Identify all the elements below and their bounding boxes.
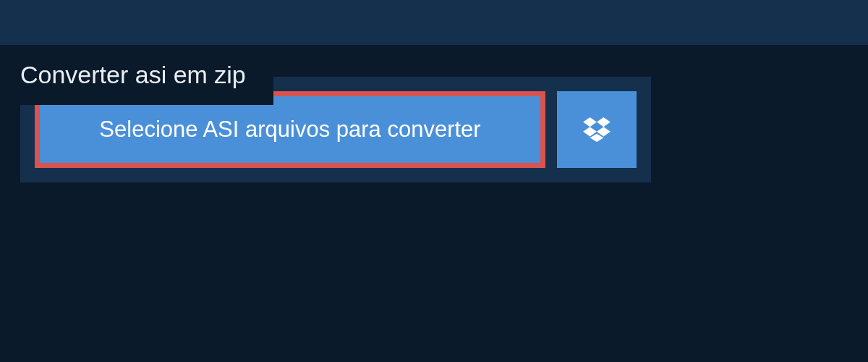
page-title: Converter asi em zip — [20, 61, 246, 88]
select-files-label: Selecione ASI arquivos para converter — [99, 117, 480, 142]
top-strip — [0, 0, 868, 45]
dropbox-button[interactable] — [557, 91, 637, 168]
dropbox-icon — [583, 117, 610, 142]
page-title-tab: Converter asi em zip — [0, 45, 273, 105]
